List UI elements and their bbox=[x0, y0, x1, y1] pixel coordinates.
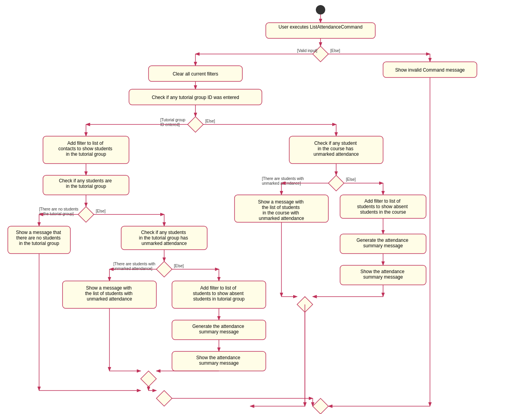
text-show-course-unmarked: Show a message with the list of students… bbox=[258, 199, 305, 221]
label-tutorial-id: [Tutorial group bbox=[160, 118, 186, 122]
label-tut-unmarked2: unmarked attendance] bbox=[113, 266, 152, 271]
text-user-executes: User executes ListAttendanceCommand bbox=[279, 24, 363, 30]
text-check-students: Check if any students are in the tutoria… bbox=[59, 178, 113, 189]
text-gen-summary-tutorial: Generate the attendance summary message bbox=[192, 324, 245, 335]
text-show-invalid: Show invalid Command message bbox=[395, 67, 465, 73]
label-else-students: [Else] bbox=[96, 209, 106, 213]
label-else-invalid: [Else] bbox=[330, 49, 340, 53]
text-show-no-students: Show a message that there are no student… bbox=[16, 230, 63, 246]
label-else-no-id: [Else] bbox=[205, 119, 215, 123]
text-show-unmarked-tutorial: Show a message with the list of students… bbox=[85, 285, 134, 302]
text-gen-summary-course: Generate the attendance summary message bbox=[356, 238, 410, 248]
diamond-merge-main bbox=[156, 391, 172, 406]
text-check-tutorial-id: Check if any tutorial group ID was enter… bbox=[152, 95, 239, 100]
label-else-tut-unmarked: [Else] bbox=[174, 264, 184, 268]
text-check-unmarked-tutorial: Check if any students in the tutorial gr… bbox=[139, 230, 190, 246]
text-add-filter-absent-tutorial: Add filter to list of students to show a… bbox=[193, 285, 245, 302]
text-clear-filters: Clear all current filters bbox=[173, 71, 219, 77]
diamond-no-students bbox=[78, 207, 94, 222]
label-no-students2: in the tutorial group] bbox=[39, 212, 74, 216]
label-tut-unmarked: [There are students with bbox=[113, 262, 155, 266]
activity-diagram: User executes ListAttendanceCommand [Val… bbox=[0, 0, 532, 414]
label-course-unmarked: [There are students with bbox=[262, 176, 304, 181]
text-add-filter-course: Add filter to list of students to show a… bbox=[357, 198, 409, 215]
label-no-students: [There are no students bbox=[39, 207, 79, 211]
text-show-summary-course: Show the attendance summary message bbox=[360, 269, 406, 280]
label-else-course: [Else] bbox=[346, 177, 356, 182]
text-show-summary-tutorial: Show the attendance summary message bbox=[196, 355, 242, 366]
text-check-course-unmarked: Check if any student in the course has u… bbox=[313, 140, 359, 157]
diamond-tutorial-id bbox=[188, 117, 203, 132]
diamond-merge-tutorial bbox=[141, 371, 156, 387]
diamond-unmarked-tutorial bbox=[156, 261, 172, 277]
diamond-final bbox=[313, 398, 328, 414]
label-valid-input: [Valid input] bbox=[297, 49, 317, 53]
diamond-course-unmarked bbox=[328, 175, 344, 191]
start-node bbox=[316, 5, 325, 14]
